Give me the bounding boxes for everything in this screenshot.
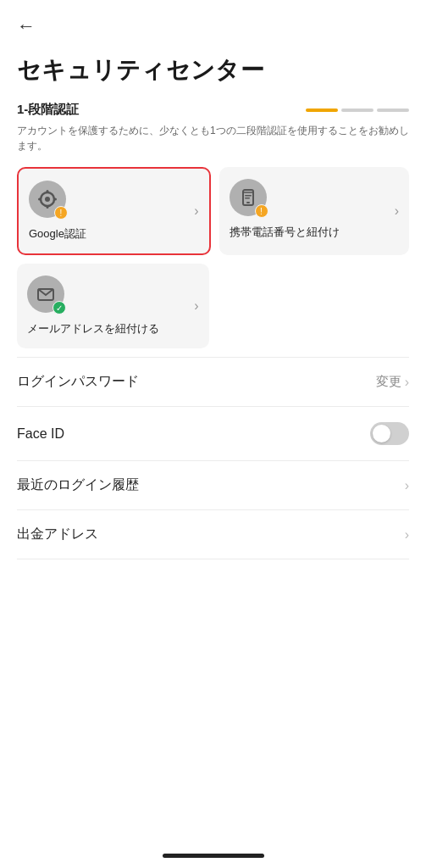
google-badge: ! xyxy=(54,206,68,220)
section-description: アカウントを保護するために、少なくとも1つの二段階認証を使用することをお勧めしま… xyxy=(17,123,409,153)
google-icon xyxy=(36,188,58,210)
email-icon xyxy=(36,284,56,304)
phone-card-label: 携帯電話番号と紐付け xyxy=(230,225,340,240)
list-section: ログインパスワード 変更 › Face ID 最近のログイン履歴 › 出金アドレ… xyxy=(17,357,409,559)
progress-bar-3 xyxy=(377,108,409,112)
email-icon-wrap: ✓ xyxy=(27,275,64,313)
header: ← xyxy=(17,0,409,46)
login-password-right: 変更 › xyxy=(376,374,409,390)
login-history-label: 最近のログイン履歴 xyxy=(17,476,139,494)
withdrawal-address-item[interactable]: 出金アドレス › xyxy=(17,510,409,559)
svg-rect-4 xyxy=(38,198,41,201)
withdrawal-chevron-icon: › xyxy=(405,527,409,542)
phone-badge: ! xyxy=(255,204,268,218)
login-history-item[interactable]: 最近のログイン履歴 › xyxy=(17,461,409,509)
email-chevron-icon: › xyxy=(194,298,198,314)
login-password-label: ログインパスワード xyxy=(17,373,139,391)
svg-point-1 xyxy=(45,197,50,202)
home-indicator xyxy=(163,854,264,858)
svg-rect-9 xyxy=(245,195,252,197)
progress-bars xyxy=(306,108,409,112)
phone-icon xyxy=(239,188,257,207)
toggle-knob xyxy=(373,425,390,442)
cards-row-1: ! › Google認証 ! › 携帯電話番号と紐付け xyxy=(17,167,409,255)
email-badge: ✓ xyxy=(53,301,66,314)
login-password-action: 変更 xyxy=(376,374,401,390)
login-password-chevron-icon: › xyxy=(405,375,409,390)
phone-auth-card[interactable]: ! › 携帯電話番号と紐付け xyxy=(219,167,410,255)
email-auth-card[interactable]: ✓ › メールアドレスを紐付ける xyxy=(17,264,209,348)
svg-rect-2 xyxy=(47,190,49,193)
email-card-label: メールアドレスを紐付ける xyxy=(27,321,159,337)
login-password-item[interactable]: ログインパスワード 変更 › xyxy=(17,358,409,406)
cards-row-2: ✓ › メールアドレスを紐付ける xyxy=(17,264,409,348)
phone-icon-wrap: ! xyxy=(230,179,267,216)
phone-chevron-icon: › xyxy=(395,203,399,219)
progress-bar-1 xyxy=(306,108,338,112)
svg-rect-3 xyxy=(47,205,49,209)
page-title: セキュリティセンター xyxy=(17,54,409,86)
svg-rect-5 xyxy=(53,198,57,201)
progress-bar-2 xyxy=(341,108,373,112)
svg-rect-7 xyxy=(246,202,250,203)
google-auth-card[interactable]: ! › Google認証 xyxy=(17,167,211,255)
withdrawal-address-label: 出金アドレス xyxy=(17,526,98,543)
svg-rect-10 xyxy=(245,198,250,199)
face-id-label: Face ID xyxy=(17,426,64,442)
login-history-chevron-icon: › xyxy=(405,478,409,493)
section-title: 1-段階認証 xyxy=(17,102,79,118)
face-id-item[interactable]: Face ID xyxy=(17,407,409,460)
google-icon-wrap: ! xyxy=(29,181,66,218)
face-id-toggle[interactable] xyxy=(370,422,409,445)
google-card-label: Google認証 xyxy=(29,226,86,242)
two-factor-section-header: 1-段階認証 xyxy=(17,102,409,118)
back-button[interactable]: ← xyxy=(17,15,36,36)
divider-5 xyxy=(17,559,409,559)
google-chevron-icon: › xyxy=(194,203,198,219)
